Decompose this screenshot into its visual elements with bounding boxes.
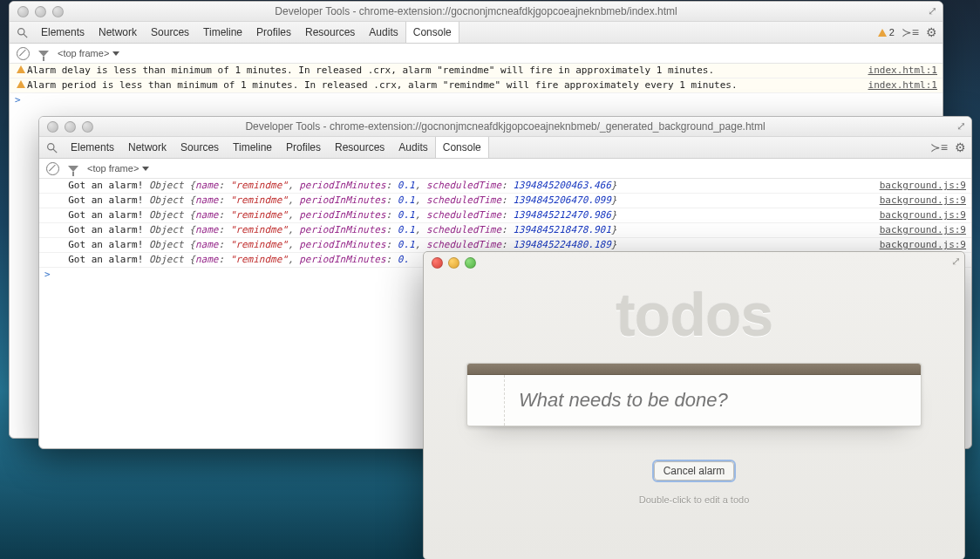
zoom-dot[interactable] (82, 121, 93, 133)
warning-icon (878, 29, 887, 37)
todo-margin (467, 375, 505, 426)
app-title: todos (424, 281, 964, 349)
frame-dropdown[interactable]: <top frame> (58, 48, 119, 58)
console-source-link[interactable]: background.js:9 (873, 238, 966, 252)
cancel-alarm-button[interactable]: Cancel alarm (654, 461, 735, 481)
svg-line-1 (24, 34, 27, 37)
tab-sources[interactable]: Sources (144, 22, 196, 43)
titlebar[interactable]: Developer Tools - chrome-extension://goc… (10, 2, 943, 22)
tab-audits[interactable]: Audits (391, 137, 434, 158)
expand-icon[interactable]: ⤢ (951, 255, 961, 268)
console-message: Got an alarm! Object {name: "remindme", … (57, 238, 873, 252)
close-dot[interactable] (47, 121, 58, 133)
inspect-icon[interactable] (44, 140, 58, 154)
console-filterbar: <top frame> (39, 159, 971, 179)
tab-sources[interactable]: Sources (174, 137, 226, 158)
console-source-link[interactable]: index.html:1 (861, 78, 937, 92)
titlebar[interactable]: Developer Tools - chrome-extension://goc… (39, 117, 971, 137)
console-filterbar: <top frame> (10, 44, 943, 64)
console-source-link[interactable]: background.js:9 (873, 223, 966, 237)
console-message: Got an alarm! Object {name: "remindme", … (57, 223, 873, 237)
minimize-dot[interactable] (65, 121, 76, 133)
todo-card (466, 363, 922, 426)
clear-console-icon[interactable] (46, 162, 59, 175)
tab-console[interactable]: Console (405, 22, 459, 43)
console-source-link[interactable]: index.html:1 (861, 64, 937, 78)
warning-count[interactable]: 2 (878, 27, 895, 37)
devtools-tabbar: Elements Network Sources Timeline Profil… (39, 137, 971, 159)
svg-line-3 (53, 149, 57, 153)
chevron-down-icon (112, 51, 119, 56)
console-message: Got an alarm! Object {name: "remindme", … (57, 179, 873, 193)
console-log-row: Got an alarm! Object {name: "remindme", … (39, 179, 971, 194)
expand-icon[interactable]: ⤢ (954, 119, 968, 133)
clear-console-icon[interactable] (17, 47, 30, 60)
console-warning-row: Alarm delay is less than minimum of 1 mi… (10, 64, 943, 78)
inspect-icon[interactable] (15, 25, 29, 39)
zoom-dot[interactable] (465, 257, 476, 269)
filter-icon[interactable] (38, 51, 49, 57)
tab-timeline[interactable]: Timeline (196, 22, 249, 43)
tab-resources[interactable]: Resources (328, 137, 391, 158)
frame-dropdown[interactable]: <top frame> (87, 163, 149, 174)
todo-input-row (467, 375, 921, 426)
close-dot[interactable] (432, 257, 443, 269)
tab-timeline[interactable]: Timeline (226, 137, 279, 158)
console-log-row: Got an alarm! Object {name: "remindme", … (39, 223, 971, 238)
minimize-dot[interactable] (35, 6, 46, 17)
console-log-row: Got an alarm! Object {name: "remindme", … (39, 208, 971, 223)
tab-network[interactable]: Network (92, 22, 144, 43)
tab-elements[interactable]: Elements (64, 137, 121, 158)
zoom-dot[interactable] (52, 6, 64, 17)
console-message: Got an alarm! Object {name: "remindme", … (57, 194, 873, 208)
minimize-dot[interactable] (448, 257, 459, 269)
warning-icon (15, 64, 27, 73)
console-source-link[interactable]: background.js:9 (873, 179, 966, 193)
traffic-lights (10, 6, 64, 17)
tab-profiles[interactable]: Profiles (249, 22, 298, 43)
close-dot[interactable] (17, 6, 29, 17)
console-warning-row: Alarm period is less than minimum of 1 m… (10, 78, 943, 93)
edit-hint: Double-click to edit a todo (424, 494, 964, 505)
tab-elements[interactable]: Elements (34, 22, 92, 43)
chevron-down-icon (142, 167, 149, 171)
console-body[interactable]: Alarm delay is less than minimum of 1 mi… (10, 64, 943, 107)
tab-resources[interactable]: Resources (298, 22, 362, 43)
console-prompt[interactable]: > (10, 93, 943, 107)
expand-icon[interactable]: ⤢ (925, 3, 939, 17)
settings-icon[interactable]: ⚙ (955, 140, 966, 154)
svg-point-2 (47, 143, 53, 149)
traffic-lights (39, 121, 93, 133)
console-source-link[interactable]: background.js:9 (873, 208, 966, 222)
tab-console[interactable]: Console (435, 137, 489, 158)
drawer-icon[interactable]: ≻≡ (902, 25, 919, 39)
filter-icon[interactable] (68, 166, 78, 172)
console-source-link[interactable]: background.js:9 (873, 194, 966, 208)
traffic-lights (424, 252, 964, 269)
devtools-tabbar: Elements Network Sources Timeline Profil… (10, 22, 943, 44)
window-title: Developer Tools - chrome-extension://goc… (39, 120, 971, 133)
window-title: Developer Tools - chrome-extension://goc… (10, 5, 943, 17)
svg-point-0 (17, 28, 24, 34)
console-log-row: Got an alarm! Object {name: "remindme", … (39, 194, 971, 208)
new-todo-input[interactable] (505, 389, 921, 412)
tab-profiles[interactable]: Profiles (279, 137, 328, 158)
settings-icon[interactable]: ⚙ (926, 25, 937, 39)
console-message: Alarm period is less than minimum of 1 m… (27, 78, 861, 92)
tab-audits[interactable]: Audits (362, 22, 405, 43)
todo-card-header (467, 364, 921, 375)
console-message: Alarm delay is less than minimum of 1 mi… (27, 64, 861, 78)
drawer-icon[interactable]: ≻≡ (930, 140, 948, 154)
warning-icon (15, 78, 27, 88)
tab-network[interactable]: Network (121, 137, 174, 158)
todos-app-window: ⤢ todos Cancel alarm Double-click to edi… (423, 251, 965, 559)
console-message: Got an alarm! Object {name: "remindme", … (57, 208, 873, 222)
